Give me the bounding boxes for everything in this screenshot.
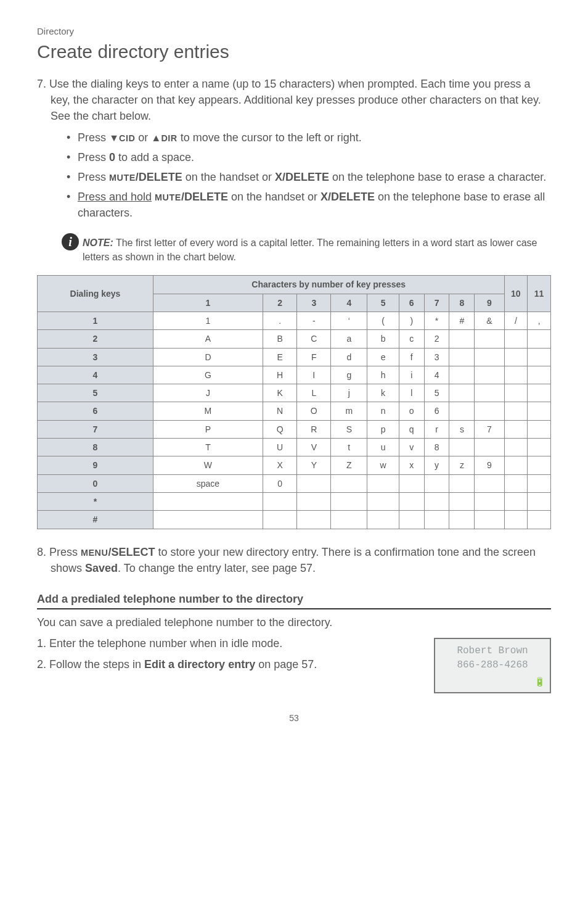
table-cell (449, 474, 475, 492)
table-cell: / (504, 312, 528, 329)
col-6: 6 (399, 294, 424, 312)
table-cell: 2 (424, 330, 449, 348)
predial-step-2: 2. Follow the steps in Edit a directory … (37, 656, 419, 672)
table-cell: S (331, 420, 367, 438)
table-cell: space (153, 474, 263, 492)
table-cell: 6 (424, 402, 449, 420)
table-cell (504, 474, 528, 492)
table-cell (528, 474, 551, 492)
table-cell: 8 (424, 439, 449, 456)
bullet-erase-all: Press and hold MUTE/DELETE on the handse… (67, 189, 551, 221)
col-dialing-keys: Dialing keys (38, 276, 153, 312)
table-cell (475, 348, 504, 366)
table-cell: R (297, 420, 331, 438)
table-cell: b (367, 330, 399, 348)
table-cell: s (449, 420, 475, 438)
note: i NOTE: The first letter of every word i… (62, 236, 551, 264)
table-cell (399, 511, 424, 529)
down-arrow-icon: ▼ (109, 131, 119, 145)
table-cell: m (331, 402, 367, 420)
table-cell: Y (297, 456, 331, 474)
table-cell: & (475, 312, 504, 329)
row-key: 2 (38, 330, 153, 348)
table-cell: I (297, 366, 331, 384)
col-9: 9 (475, 294, 504, 312)
table-row: 11.-‘()*#&/, (38, 312, 551, 329)
table-row: 2ABCabc2 (38, 330, 551, 348)
page-title: Create directory entries (37, 38, 551, 65)
table-cell: u (367, 439, 399, 456)
table-cell: M (153, 402, 263, 420)
table-cell: 5 (424, 384, 449, 402)
table-cell (528, 330, 551, 348)
battery-icon: 🔋 (534, 676, 545, 688)
table-cell: O (297, 402, 331, 420)
table-cell (399, 474, 424, 492)
table-cell (528, 492, 551, 510)
row-key: * (38, 492, 153, 510)
table-cell (528, 456, 551, 474)
table-cell (528, 366, 551, 384)
table-cell: y (424, 456, 449, 474)
table-cell (424, 474, 449, 492)
table-cell: g (331, 366, 367, 384)
table-cell: Q (263, 420, 297, 438)
row-key: 6 (38, 402, 153, 420)
table-cell: ‘ (331, 312, 367, 329)
table-cell: * (424, 312, 449, 329)
table-cell (475, 402, 504, 420)
table-cell (297, 511, 331, 529)
col-4: 4 (331, 294, 367, 312)
table-cell: B (263, 330, 297, 348)
table-cell: . (263, 312, 297, 329)
bullet-erase-char: Press MUTE/DELETE on the handset or X/DE… (67, 169, 551, 185)
bullet-cursor-move: Press ▼CID or ▲DIR to move the cursor to… (67, 130, 551, 146)
phone-screen: Robert Brown 866-288-4268 🔋 (434, 638, 551, 693)
table-cell: x (399, 456, 424, 474)
table-cell (528, 348, 551, 366)
col-3: 3 (297, 294, 331, 312)
table-cell: d (331, 348, 367, 366)
table-cell (449, 511, 475, 529)
table-cell (504, 492, 528, 510)
predial-step-1: 1. Enter the telephone number when in id… (37, 635, 419, 651)
table-cell (297, 474, 331, 492)
table-cell (367, 492, 399, 510)
step-7: 7. Use the dialing keys to enter a name … (37, 76, 551, 124)
page-number: 53 (37, 712, 551, 724)
table-cell: , (528, 312, 551, 329)
table-cell: C (297, 330, 331, 348)
table-cell (528, 402, 551, 420)
table-cell (331, 492, 367, 510)
table-cell (504, 420, 528, 438)
info-icon: i (62, 233, 79, 250)
row-key: # (38, 511, 153, 529)
table-cell (504, 384, 528, 402)
table-cell: J (153, 384, 263, 402)
table-row: 7PQRSpqrs7 (38, 420, 551, 438)
table-cell: D (153, 348, 263, 366)
col-characters: Characters by number of key presses (153, 276, 504, 294)
table-cell: A (153, 330, 263, 348)
table-cell: n (367, 402, 399, 420)
table-cell: 0 (263, 474, 297, 492)
table-cell (504, 402, 528, 420)
table-cell (504, 330, 528, 348)
table-cell (449, 366, 475, 384)
col-1: 1 (153, 294, 263, 312)
table-cell (367, 511, 399, 529)
table-cell (504, 456, 528, 474)
table-cell: e (367, 348, 399, 366)
table-cell (153, 492, 263, 510)
row-key: 8 (38, 439, 153, 456)
table-cell: j (331, 384, 367, 402)
col-2: 2 (263, 294, 297, 312)
row-key: 3 (38, 348, 153, 366)
table-cell: ( (367, 312, 399, 329)
step-7-bullets: Press ▼CID or ▲DIR to move the cursor to… (37, 130, 551, 221)
table-cell (449, 492, 475, 510)
screen-name: Robert Brown (441, 644, 544, 658)
table-cell (297, 492, 331, 510)
table-cell (528, 384, 551, 402)
table-cell (528, 439, 551, 456)
